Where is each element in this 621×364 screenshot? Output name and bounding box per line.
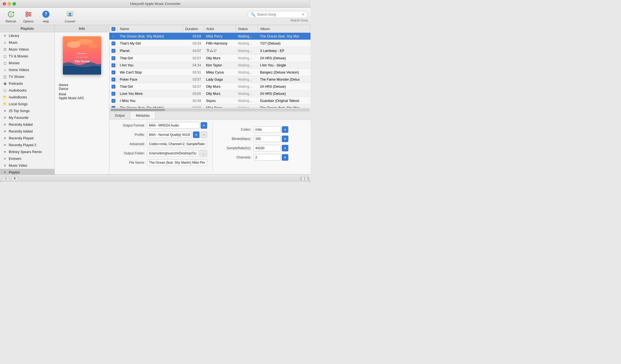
refresh-button[interactable]: Refresh <box>3 8 19 25</box>
output-format-arrow[interactable]: ▼ <box>201 122 207 129</box>
samplerate-arrow[interactable]: ▼ <box>282 145 288 151</box>
song-checkbox-7[interactable] <box>112 85 115 89</box>
profile-arrow[interactable]: ▼ <box>193 131 200 138</box>
tab-metadata[interactable]: Metadata <box>130 112 155 119</box>
song-checkbox-6[interactable] <box>112 78 115 81</box>
songs-table-wrapper[interactable]: Name Duration Artist Status Album The Oc… <box>109 25 310 108</box>
select-all-checkbox[interactable] <box>112 27 115 31</box>
tab-output[interactable]: Output <box>109 112 130 119</box>
table-row[interactable]: Poker Face 03:57 Lady Gaga Waiting... Th… <box>109 76 310 83</box>
col-name[interactable]: Name <box>118 25 183 33</box>
codec-arrow[interactable]: ▼ <box>282 126 288 133</box>
codec-select[interactable] <box>253 126 281 133</box>
bitrate-arrow[interactable]: ▼ <box>282 136 288 142</box>
statusbar-play-button[interactable]: | <box>3 176 9 181</box>
scrollbar-thumb[interactable] <box>110 109 165 111</box>
statusbar-pause-button[interactable]: ⏸ <box>11 176 18 181</box>
options-button[interactable]: Options <box>20 8 37 25</box>
channels-arrow[interactable]: ▼ <box>282 154 288 161</box>
table-row[interactable]: Love You More 03:05 Olly Murs Waiting...… <box>109 90 310 97</box>
sidebar-item-podcasts[interactable]: ◉ Podcasts <box>0 80 54 87</box>
song-checkbox-8[interactable] <box>112 92 115 96</box>
bottom-tabs: Output Metadata <box>109 112 310 119</box>
sidebar-item-recently-played-1[interactable]: ≡ Recently Played <box>0 135 54 142</box>
col-status[interactable]: Status <box>236 25 258 33</box>
sidebar-item-library[interactable]: ≡ Library <box>0 32 54 39</box>
sidebar-item-music-videos[interactable]: ⊡ Music Videos <box>0 46 54 53</box>
profile-minus-button[interactable]: − <box>201 131 207 138</box>
row-checkbox-2[interactable] <box>109 47 118 55</box>
advanced-input[interactable] <box>147 141 207 147</box>
maximize-button[interactable] <box>13 2 16 5</box>
sidebar-item-recently-played-2[interactable]: ≡ Recently Played 2 <box>0 142 54 148</box>
sidebar-item-audiobooks[interactable]: ◻ Audiobooks <box>0 87 54 94</box>
sidebar-item-25-top-songs[interactable]: ≡ 25 Top Songs <box>0 107 54 114</box>
row-checkbox-8[interactable] <box>109 90 118 97</box>
row-checkbox-4[interactable] <box>109 62 118 69</box>
row-checkbox-0[interactable] <box>109 33 118 40</box>
song-checkbox-2[interactable] <box>112 49 115 53</box>
help-button[interactable]: ? Help <box>38 8 54 25</box>
song-checkbox-9[interactable] <box>112 99 115 103</box>
songs-scrollbar[interactable] <box>109 108 310 111</box>
col-artist[interactable]: Artist <box>204 25 236 33</box>
minimize-button[interactable] <box>8 2 11 5</box>
song-checkbox-4[interactable] <box>112 63 115 67</box>
table-row[interactable]: That Girl 02:57 Olly Murs Waiting... 24 … <box>109 55 310 62</box>
col-album[interactable]: Album <box>258 25 310 33</box>
sidebar-icon-library: ≡ <box>3 34 7 38</box>
samplerate-select[interactable] <box>253 145 281 151</box>
row-checkbox-7[interactable] <box>109 83 118 90</box>
song-name-0: The Ocean (feat. Shy Martin) <box>118 33 183 40</box>
search-clear-button[interactable]: ✕ <box>301 12 305 17</box>
sidebar-item-my-favourite[interactable]: ≡ My Favourite <box>0 114 54 121</box>
song-checkbox-1[interactable] <box>112 42 115 45</box>
close-button[interactable] <box>3 2 6 5</box>
song-checkbox-5[interactable] <box>112 71 115 74</box>
sidebar-item-recently-added-2[interactable]: ≡ Recently Added <box>0 128 54 135</box>
bitrate-select[interactable] <box>253 136 281 142</box>
row-checkbox-5[interactable] <box>109 69 118 76</box>
output-folder-input[interactable] <box>147 150 198 157</box>
sidebar-item-home-videos[interactable]: ⌂ Home Videos <box>0 66 54 73</box>
row-checkbox-9[interactable] <box>109 97 118 104</box>
col-checkbox[interactable] <box>109 25 118 33</box>
profile-select[interactable] <box>147 131 192 138</box>
sidebar-item-audiobooks2[interactable]: 📁 AudioBooks <box>0 94 54 101</box>
sidebar-item-movies[interactable]: ◻ Movies <box>0 60 54 66</box>
table-row[interactable]: That's My Girl 03:24 Fifth Harmony Waiti… <box>109 40 310 47</box>
table-row[interactable]: That Girl 02:57 Olly Murs Waiting... 24 … <box>109 83 310 90</box>
row-checkbox-6[interactable] <box>109 76 118 83</box>
convert-button[interactable]: Convert <box>62 8 78 25</box>
sidebar-item-music-video[interactable]: ≡ Music Video <box>0 162 54 169</box>
table-row[interactable]: I Miss You 02:49 Soyou Waiting... Guardi… <box>109 97 310 104</box>
output-format-select[interactable] <box>147 122 200 129</box>
sidebar-item-tv-movies[interactable]: ◻ TV & Movies <box>0 53 54 60</box>
sidebar-item-tv-shows[interactable]: ◫ TV Shows <box>0 73 54 80</box>
row-checkbox-3[interactable] <box>109 55 118 62</box>
table-row[interactable]: The Ocean (feat. Shy Martin) 03:03 Mike … <box>109 33 310 40</box>
sidebar-item-britney-spears-remix[interactable]: ≡ Britney Spears Remix <box>0 148 54 155</box>
search-input[interactable] <box>257 13 300 16</box>
sidebar-item-playlist[interactable]: ≡ Playlist <box>0 169 54 174</box>
table-row[interactable]: Planet 04:07 ラムジ Waiting... 3 Lambsey - … <box>109 47 310 55</box>
table-row[interactable]: We Can't Stop 03:51 Miley Cyrus Waiting.… <box>109 69 310 76</box>
channels-select[interactable] <box>253 154 281 161</box>
file-name-input[interactable] <box>147 159 207 166</box>
row-checkbox-10[interactable] <box>109 104 118 108</box>
convert-label: Convert <box>65 20 75 23</box>
col-duration[interactable]: Duration <box>183 25 204 33</box>
sidebar-item-local-songs[interactable]: 📁 Local Songs <box>0 101 54 107</box>
row-checkbox-1[interactable] <box>109 40 118 47</box>
refresh-icon <box>7 10 15 19</box>
bottom-pane: Output Metadata Output Format: ▼ <box>109 111 310 174</box>
table-row[interactable]: I Am You 04:34 Kim Taylor Waiting... I A… <box>109 62 310 69</box>
song-checkbox-0[interactable] <box>112 34 115 38</box>
sidebar-item-recently-added-1[interactable]: ≡ Recently Added <box>0 121 54 128</box>
browse-button[interactable]: ... <box>200 150 207 157</box>
statusbar-menu-button[interactable]: ⋮⋮⋮ <box>301 176 308 181</box>
song-checkbox-3[interactable] <box>112 56 115 60</box>
sidebar-item-eminem[interactable]: ≡ Eminem <box>0 155 54 162</box>
sidebar-item-music[interactable]: ♫ Music <box>0 39 54 46</box>
table-row[interactable]: The Ocean (feat. Shy Martin) 03:03 Mike … <box>109 104 310 108</box>
